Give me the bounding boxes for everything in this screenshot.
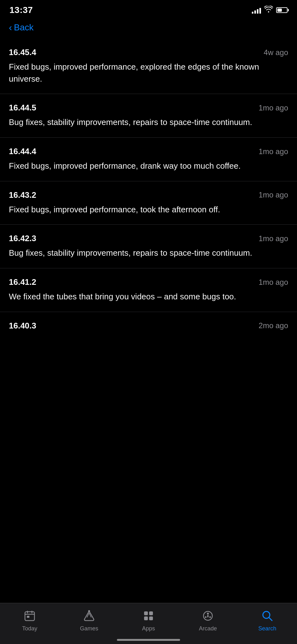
back-button[interactable]: ‹ Back xyxy=(0,19,297,39)
status-bar: 13:37 xyxy=(0,0,297,19)
svg-point-14 xyxy=(209,616,211,618)
svg-line-16 xyxy=(269,617,272,621)
status-time: 13:37 xyxy=(9,5,33,15)
version-header-0: 16.45.4 4w ago xyxy=(9,47,288,57)
version-date-6: 2mo ago xyxy=(259,321,288,330)
tab-games[interactable]: Games xyxy=(59,607,119,632)
svg-rect-8 xyxy=(144,616,148,620)
version-date-0: 4w ago xyxy=(264,48,288,57)
version-header-3: 16.43.2 1mo ago xyxy=(9,190,288,200)
version-header-1: 16.44.5 1mo ago xyxy=(9,103,288,113)
version-date-2: 1mo ago xyxy=(259,147,288,156)
tab-today-label: Today xyxy=(22,625,37,632)
version-item-2: 16.44.4 1mo ago Fixed bugs, improved per… xyxy=(0,138,297,181)
version-notes-0: Fixed bugs, improved performance, explor… xyxy=(9,61,288,85)
version-number-2: 16.44.4 xyxy=(9,147,36,156)
version-item-4: 16.42.3 1mo ago Bug fixes, stability imp… xyxy=(0,225,297,268)
back-chevron-icon: ‹ xyxy=(9,22,12,33)
version-number-0: 16.45.4 xyxy=(9,47,36,57)
status-icons xyxy=(252,6,288,15)
version-item-3: 16.43.2 1mo ago Fixed bugs, improved per… xyxy=(0,181,297,225)
version-date-5: 1mo ago xyxy=(259,278,288,287)
version-header-2: 16.44.4 1mo ago xyxy=(9,147,288,156)
wifi-icon xyxy=(264,6,273,15)
svg-point-13 xyxy=(205,616,207,618)
battery-icon xyxy=(276,7,288,13)
apps-icon xyxy=(141,608,156,623)
version-notes-3: Fixed bugs, improved performance, took t… xyxy=(9,204,288,216)
version-date-4: 1mo ago xyxy=(259,234,288,243)
version-number-3: 16.43.2 xyxy=(9,190,36,200)
version-item-0: 16.45.4 4w ago Fixed bugs, improved perf… xyxy=(0,39,297,94)
svg-rect-0 xyxy=(25,612,34,621)
svg-rect-6 xyxy=(144,611,148,615)
tab-apps-label: Apps xyxy=(142,625,155,632)
svg-point-5 xyxy=(88,610,90,612)
version-item-6: 16.40.3 2mo ago xyxy=(0,312,297,343)
tab-arcade-label: Arcade xyxy=(199,625,217,632)
version-header-6: 16.40.3 2mo ago xyxy=(9,321,288,331)
version-notes-5: We fixed the tubes that bring you videos… xyxy=(9,291,288,303)
version-header-5: 16.41.2 1mo ago xyxy=(9,277,288,287)
tab-today[interactable]: Today xyxy=(0,607,59,632)
version-date-1: 1mo ago xyxy=(259,103,288,112)
tab-arcade[interactable]: Arcade xyxy=(178,607,238,632)
version-number-5: 16.41.2 xyxy=(9,277,36,287)
search-icon xyxy=(260,608,275,623)
svg-rect-7 xyxy=(149,611,153,615)
version-number-4: 16.42.3 xyxy=(9,234,36,243)
version-list: 16.45.4 4w ago Fixed bugs, improved perf… xyxy=(0,39,297,343)
version-header-4: 16.42.3 1mo ago xyxy=(9,234,288,243)
version-notes-4: Bug fixes, stability improvements, repai… xyxy=(9,247,288,259)
home-indicator xyxy=(117,639,180,641)
tab-games-label: Games xyxy=(80,625,98,632)
today-icon xyxy=(22,608,37,623)
svg-rect-4 xyxy=(27,616,29,618)
back-label: Back xyxy=(14,22,33,33)
tab-search[interactable]: Search xyxy=(238,607,297,632)
signal-icon xyxy=(252,7,261,14)
svg-rect-9 xyxy=(149,616,153,620)
tab-bar: Today Games Apps xyxy=(0,603,297,644)
version-item-1: 16.44.5 1mo ago Bug fixes, stability imp… xyxy=(0,94,297,138)
version-number-6: 16.40.3 xyxy=(9,321,36,331)
version-item-5: 16.41.2 1mo ago We fixed the tubes that … xyxy=(0,268,297,312)
version-date-3: 1mo ago xyxy=(259,191,288,199)
arcade-icon xyxy=(200,608,215,623)
tab-apps[interactable]: Apps xyxy=(119,607,178,632)
svg-point-11 xyxy=(207,613,209,615)
version-number-1: 16.44.5 xyxy=(9,103,36,113)
version-notes-2: Fixed bugs, improved performance, drank … xyxy=(9,160,288,172)
games-icon xyxy=(82,608,97,623)
svg-rect-12 xyxy=(207,615,209,617)
version-notes-1: Bug fixes, stability improvements, repai… xyxy=(9,116,288,128)
tab-search-label: Search xyxy=(258,625,276,632)
